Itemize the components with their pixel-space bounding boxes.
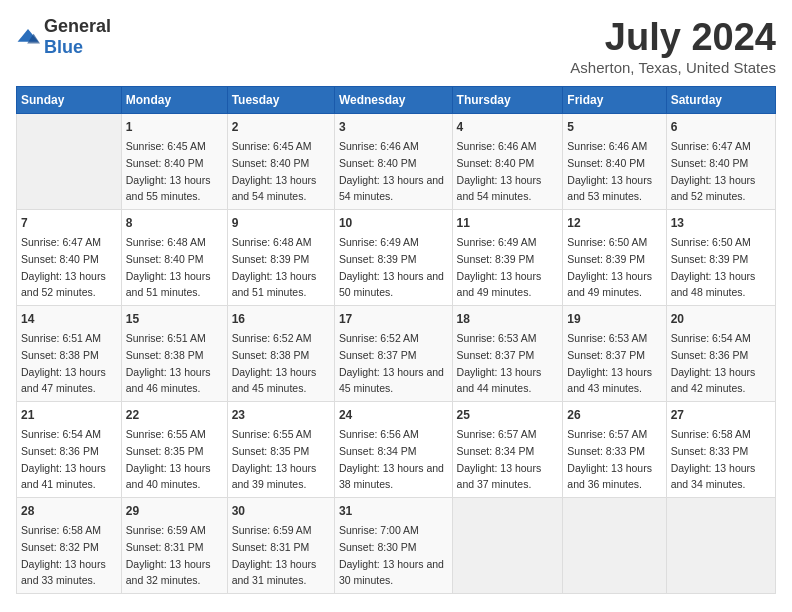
- header-row: Sunday Monday Tuesday Wednesday Thursday…: [17, 87, 776, 114]
- logo-general: General: [44, 16, 111, 36]
- day-info: Sunrise: 6:51 AMSunset: 8:38 PMDaylight:…: [21, 332, 106, 394]
- logo-text: General Blue: [44, 16, 111, 58]
- title-section: July 2024 Asherton, Texas, United States: [570, 16, 776, 76]
- day-number: 16: [232, 310, 330, 328]
- day-number: 12: [567, 214, 661, 232]
- day-info: Sunrise: 6:46 AMSunset: 8:40 PMDaylight:…: [339, 140, 444, 202]
- day-number: 17: [339, 310, 448, 328]
- calendar-cell-3-0: 21Sunrise: 6:54 AMSunset: 8:36 PMDayligh…: [17, 402, 122, 498]
- calendar-cell-0-5: 5Sunrise: 6:46 AMSunset: 8:40 PMDaylight…: [563, 114, 666, 210]
- calendar-cell-0-2: 2Sunrise: 6:45 AMSunset: 8:40 PMDaylight…: [227, 114, 334, 210]
- calendar-week-2: 14Sunrise: 6:51 AMSunset: 8:38 PMDayligh…: [17, 306, 776, 402]
- calendar-header: Sunday Monday Tuesday Wednesday Thursday…: [17, 87, 776, 114]
- day-number: 28: [21, 502, 117, 520]
- day-number: 2: [232, 118, 330, 136]
- day-number: 13: [671, 214, 771, 232]
- day-info: Sunrise: 6:48 AMSunset: 8:39 PMDaylight:…: [232, 236, 317, 298]
- calendar-cell-2-4: 18Sunrise: 6:53 AMSunset: 8:37 PMDayligh…: [452, 306, 563, 402]
- day-info: Sunrise: 6:54 AMSunset: 8:36 PMDaylight:…: [21, 428, 106, 490]
- calendar-cell-1-5: 12Sunrise: 6:50 AMSunset: 8:39 PMDayligh…: [563, 210, 666, 306]
- calendar-week-3: 21Sunrise: 6:54 AMSunset: 8:36 PMDayligh…: [17, 402, 776, 498]
- day-info: Sunrise: 7:00 AMSunset: 8:30 PMDaylight:…: [339, 524, 444, 586]
- day-number: 9: [232, 214, 330, 232]
- calendar-cell-4-0: 28Sunrise: 6:58 AMSunset: 8:32 PMDayligh…: [17, 498, 122, 594]
- day-info: Sunrise: 6:47 AMSunset: 8:40 PMDaylight:…: [21, 236, 106, 298]
- calendar-cell-3-6: 27Sunrise: 6:58 AMSunset: 8:33 PMDayligh…: [666, 402, 775, 498]
- calendar-cell-4-4: [452, 498, 563, 594]
- logo-blue: Blue: [44, 37, 83, 57]
- day-info: Sunrise: 6:53 AMSunset: 8:37 PMDaylight:…: [457, 332, 542, 394]
- header-thursday: Thursday: [452, 87, 563, 114]
- day-info: Sunrise: 6:55 AMSunset: 8:35 PMDaylight:…: [126, 428, 211, 490]
- day-number: 7: [21, 214, 117, 232]
- day-number: 20: [671, 310, 771, 328]
- day-info: Sunrise: 6:58 AMSunset: 8:33 PMDaylight:…: [671, 428, 756, 490]
- day-number: 5: [567, 118, 661, 136]
- calendar-cell-2-2: 16Sunrise: 6:52 AMSunset: 8:38 PMDayligh…: [227, 306, 334, 402]
- day-info: Sunrise: 6:46 AMSunset: 8:40 PMDaylight:…: [567, 140, 652, 202]
- calendar-cell-1-2: 9Sunrise: 6:48 AMSunset: 8:39 PMDaylight…: [227, 210, 334, 306]
- calendar-cell-0-4: 4Sunrise: 6:46 AMSunset: 8:40 PMDaylight…: [452, 114, 563, 210]
- calendar-cell-2-6: 20Sunrise: 6:54 AMSunset: 8:36 PMDayligh…: [666, 306, 775, 402]
- calendar-cell-0-3: 3Sunrise: 6:46 AMSunset: 8:40 PMDaylight…: [334, 114, 452, 210]
- calendar-cell-4-5: [563, 498, 666, 594]
- calendar-cell-2-5: 19Sunrise: 6:53 AMSunset: 8:37 PMDayligh…: [563, 306, 666, 402]
- day-info: Sunrise: 6:59 AMSunset: 8:31 PMDaylight:…: [126, 524, 211, 586]
- calendar-cell-4-1: 29Sunrise: 6:59 AMSunset: 8:31 PMDayligh…: [121, 498, 227, 594]
- day-info: Sunrise: 6:57 AMSunset: 8:34 PMDaylight:…: [457, 428, 542, 490]
- calendar-cell-2-1: 15Sunrise: 6:51 AMSunset: 8:38 PMDayligh…: [121, 306, 227, 402]
- day-number: 1: [126, 118, 223, 136]
- location: Asherton, Texas, United States: [570, 59, 776, 76]
- day-number: 3: [339, 118, 448, 136]
- day-number: 31: [339, 502, 448, 520]
- day-number: 27: [671, 406, 771, 424]
- month-year: July 2024: [570, 16, 776, 59]
- day-number: 10: [339, 214, 448, 232]
- header-saturday: Saturday: [666, 87, 775, 114]
- calendar-cell-3-5: 26Sunrise: 6:57 AMSunset: 8:33 PMDayligh…: [563, 402, 666, 498]
- calendar-body: 1Sunrise: 6:45 AMSunset: 8:40 PMDaylight…: [17, 114, 776, 594]
- calendar-cell-1-4: 11Sunrise: 6:49 AMSunset: 8:39 PMDayligh…: [452, 210, 563, 306]
- calendar-table: Sunday Monday Tuesday Wednesday Thursday…: [16, 86, 776, 594]
- day-info: Sunrise: 6:50 AMSunset: 8:39 PMDaylight:…: [567, 236, 652, 298]
- day-info: Sunrise: 6:56 AMSunset: 8:34 PMDaylight:…: [339, 428, 444, 490]
- calendar-cell-1-3: 10Sunrise: 6:49 AMSunset: 8:39 PMDayligh…: [334, 210, 452, 306]
- day-number: 19: [567, 310, 661, 328]
- day-info: Sunrise: 6:50 AMSunset: 8:39 PMDaylight:…: [671, 236, 756, 298]
- day-number: 11: [457, 214, 559, 232]
- calendar-cell-3-3: 24Sunrise: 6:56 AMSunset: 8:34 PMDayligh…: [334, 402, 452, 498]
- day-info: Sunrise: 6:52 AMSunset: 8:38 PMDaylight:…: [232, 332, 317, 394]
- day-info: Sunrise: 6:59 AMSunset: 8:31 PMDaylight:…: [232, 524, 317, 586]
- calendar-cell-4-3: 31Sunrise: 7:00 AMSunset: 8:30 PMDayligh…: [334, 498, 452, 594]
- day-number: 24: [339, 406, 448, 424]
- header-wednesday: Wednesday: [334, 87, 452, 114]
- day-info: Sunrise: 6:48 AMSunset: 8:40 PMDaylight:…: [126, 236, 211, 298]
- day-info: Sunrise: 6:49 AMSunset: 8:39 PMDaylight:…: [339, 236, 444, 298]
- day-info: Sunrise: 6:57 AMSunset: 8:33 PMDaylight:…: [567, 428, 652, 490]
- day-info: Sunrise: 6:46 AMSunset: 8:40 PMDaylight:…: [457, 140, 542, 202]
- header-monday: Monday: [121, 87, 227, 114]
- calendar-cell-2-0: 14Sunrise: 6:51 AMSunset: 8:38 PMDayligh…: [17, 306, 122, 402]
- day-number: 21: [21, 406, 117, 424]
- day-info: Sunrise: 6:49 AMSunset: 8:39 PMDaylight:…: [457, 236, 542, 298]
- day-number: 30: [232, 502, 330, 520]
- calendar-cell-1-6: 13Sunrise: 6:50 AMSunset: 8:39 PMDayligh…: [666, 210, 775, 306]
- day-number: 14: [21, 310, 117, 328]
- day-number: 29: [126, 502, 223, 520]
- day-info: Sunrise: 6:51 AMSunset: 8:38 PMDaylight:…: [126, 332, 211, 394]
- day-number: 8: [126, 214, 223, 232]
- day-info: Sunrise: 6:45 AMSunset: 8:40 PMDaylight:…: [126, 140, 211, 202]
- day-info: Sunrise: 6:45 AMSunset: 8:40 PMDaylight:…: [232, 140, 317, 202]
- day-number: 25: [457, 406, 559, 424]
- calendar-cell-0-6: 6Sunrise: 6:47 AMSunset: 8:40 PMDaylight…: [666, 114, 775, 210]
- day-info: Sunrise: 6:58 AMSunset: 8:32 PMDaylight:…: [21, 524, 106, 586]
- calendar-cell-1-1: 8Sunrise: 6:48 AMSunset: 8:40 PMDaylight…: [121, 210, 227, 306]
- calendar-cell-2-3: 17Sunrise: 6:52 AMSunset: 8:37 PMDayligh…: [334, 306, 452, 402]
- calendar-cell-0-1: 1Sunrise: 6:45 AMSunset: 8:40 PMDaylight…: [121, 114, 227, 210]
- calendar-cell-3-4: 25Sunrise: 6:57 AMSunset: 8:34 PMDayligh…: [452, 402, 563, 498]
- day-number: 6: [671, 118, 771, 136]
- day-info: Sunrise: 6:47 AMSunset: 8:40 PMDaylight:…: [671, 140, 756, 202]
- header: General Blue July 2024 Asherton, Texas, …: [16, 16, 776, 76]
- calendar-cell-3-2: 23Sunrise: 6:55 AMSunset: 8:35 PMDayligh…: [227, 402, 334, 498]
- day-number: 26: [567, 406, 661, 424]
